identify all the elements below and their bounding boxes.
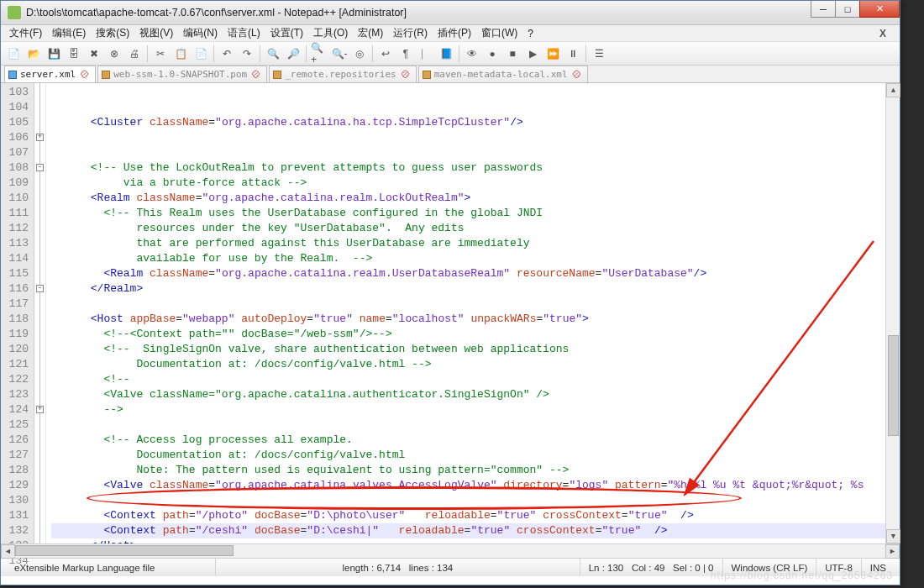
code-line[interactable]: via a brute-force attack --> [51, 176, 885, 191]
code-line[interactable]: available for use by the Realm. --> [51, 251, 885, 266]
fold-toggle-icon[interactable]: - [36, 164, 44, 171]
menu-item[interactable]: 设置(T) [267, 26, 307, 40]
print-icon[interactable]: 🖨 [125, 45, 144, 63]
code-line[interactable]: Note: The pattern used is equivalent to … [51, 463, 885, 478]
menu-item[interactable]: 文件(F) [6, 26, 45, 40]
code-line[interactable]: <Cluster className="org.apache.catalina.… [51, 115, 885, 130]
horizontal-scroll-thumb[interactable] [15, 545, 234, 556]
tab[interactable]: maven-metadata-local.xml⛒ [418, 66, 588, 82]
code-line[interactable] [51, 417, 885, 433]
code-area[interactable]: <Cluster className="org.apache.catalina.… [46, 83, 885, 543]
new-file-icon[interactable]: 📄 [4, 45, 23, 63]
tab[interactable]: web-ssm-1.0-SNAPSHOT.pom⛒ [97, 66, 267, 82]
code-line[interactable]: <Valve className="org.apache.catalina.va… [51, 478, 885, 493]
open-file-icon[interactable]: 📂 [24, 45, 43, 63]
menu-item[interactable]: ? [524, 28, 537, 39]
titlebar[interactable]: D:\tools\tomcat\apache-tomcat-7.0.67\con… [1, 1, 900, 25]
menu-item[interactable]: 搜索(S) [92, 26, 133, 40]
menu-item[interactable]: 运行(R) [390, 26, 431, 40]
menu-item[interactable]: 编辑(E) [49, 26, 89, 40]
code-line[interactable]: that are performed against this UserData… [51, 236, 885, 251]
stop-icon[interactable]: ■ [503, 45, 522, 63]
menu-item[interactable]: 工具(O) [310, 26, 351, 40]
fold-margin[interactable]: +--+ [34, 83, 46, 543]
line-number: 114 [3, 251, 29, 266]
code-line[interactable]: --> [51, 402, 885, 417]
show-all-icon[interactable]: ¶ [396, 45, 415, 63]
menu-item[interactable]: 插件(P) [434, 26, 475, 40]
code-line[interactable]: <!--<Context path="" docBase="/web-ssm"/… [51, 327, 885, 342]
indent-guide-icon[interactable]: ⎸ [417, 45, 435, 63]
play-fast-icon[interactable]: ⏩ [543, 45, 562, 63]
code-line[interactable]: <!-- SingleSignOn valve, share authentic… [51, 342, 885, 357]
save-all-icon[interactable]: 🗄 [65, 45, 83, 63]
close-icon[interactable]: ✖ [85, 45, 103, 63]
tab-close-icon[interactable]: ⛒ [402, 69, 411, 80]
wrap-icon[interactable]: ↩ [376, 45, 395, 63]
fit-icon[interactable]: ◎ [350, 45, 369, 63]
undo-icon[interactable]: ↶ [218, 45, 236, 63]
eye-icon[interactable]: 👁 [463, 45, 481, 63]
code-line[interactable]: <!-- This Realm uses the UserDatabase co… [51, 206, 885, 221]
vertical-scroll-thumb[interactable] [888, 335, 899, 436]
code-line[interactable]: <Host appBase="webapp" autoDeploy="true"… [51, 312, 885, 327]
code-line[interactable] [51, 130, 885, 145]
code-line[interactable]: </Realm> [51, 281, 885, 297]
redo-icon[interactable]: ↷ [238, 45, 256, 63]
fold-toggle-icon[interactable]: + [36, 134, 44, 141]
menu-extra-close-icon[interactable]: X [871, 28, 895, 39]
scroll-left-icon[interactable]: ◄ [1, 544, 15, 559]
menu-item[interactable]: 语言(L) [224, 26, 264, 40]
code-line[interactable]: <Realm className="org.apache.catalina.re… [51, 266, 885, 281]
code-line[interactable]: <Context path="/ceshi" docBase="D:\ceshi… [51, 523, 885, 538]
code-line[interactable]: <!-- Use the LockOutRealm to prevent att… [51, 160, 885, 176]
copy-icon[interactable]: 📋 [171, 45, 190, 63]
code-line[interactable] [51, 297, 885, 312]
code-line[interactable] [51, 145, 885, 160]
toggle-icon[interactable]: ⏸ [564, 45, 582, 63]
lang-icon[interactable]: 📘 [437, 45, 455, 63]
paste-icon[interactable]: 📄 [192, 45, 210, 63]
record-icon[interactable]: ● [483, 45, 501, 63]
tab-close-icon[interactable]: ⛒ [81, 69, 90, 80]
scroll-up-icon[interactable]: ▲ [886, 83, 900, 97]
menu-item[interactable]: 窗口(W) [478, 26, 521, 40]
tab[interactable]: server.xml⛒ [4, 66, 96, 82]
tab-close-icon[interactable]: ⛒ [252, 69, 261, 80]
replace-icon[interactable]: 🔎 [284, 45, 302, 63]
play-icon[interactable]: ▶ [523, 45, 542, 63]
line-number: 110 [3, 191, 29, 206]
code-line[interactable]: Documentation at: /docs/config/valve.htm… [51, 448, 885, 463]
close-all-icon[interactable]: ⊗ [105, 45, 123, 63]
fold-toggle-icon[interactable]: - [36, 285, 44, 292]
app-icon [8, 6, 21, 19]
code-line[interactable]: Documentation at: /docs/config/valve.htm… [51, 357, 885, 372]
scroll-down-icon[interactable]: ▼ [886, 529, 900, 543]
maximize-button[interactable]: □ [835, 1, 860, 18]
zoom-out-icon[interactable]: 🔍- [330, 45, 349, 63]
close-button[interactable]: ✕ [859, 1, 900, 18]
menu-item[interactable]: 视图(V) [136, 26, 176, 40]
zoom-in-icon[interactable]: 🔍+ [310, 45, 328, 63]
status-length: length : 6,714 [342, 563, 401, 573]
save-icon[interactable]: 💾 [45, 45, 63, 63]
scroll-right-icon[interactable]: ► [885, 544, 900, 559]
code-line[interactable]: <Realm className="org.apache.catalina.re… [51, 191, 885, 206]
menu-item[interactable]: 编码(N) [180, 26, 221, 40]
horizontal-scrollbar[interactable]: ◄ ► [1, 543, 900, 558]
code-line[interactable]: <!-- [51, 372, 885, 387]
tab-close-icon[interactable]: ⛒ [573, 69, 582, 80]
menu-item[interactable]: 宏(M) [354, 26, 386, 40]
minimize-button[interactable]: ─ [811, 1, 836, 18]
vertical-scrollbar[interactable]: ▲ ▼ [885, 83, 900, 543]
code-line[interactable]: <!-- Access log processes all example. [51, 433, 885, 448]
fold-toggle-icon[interactable]: + [36, 406, 44, 413]
find-icon[interactable]: 🔍 [264, 45, 282, 63]
tab[interactable]: _remote.repositories⛒ [269, 66, 416, 82]
code-line[interactable] [51, 493, 885, 508]
code-line[interactable]: resources under the key "UserDatabase". … [51, 221, 885, 236]
cut-icon[interactable]: ✂ [151, 45, 170, 63]
code-line[interactable]: <Context path="/photo" docBase="D:\photo… [51, 508, 885, 523]
code-line[interactable]: <Valve className="org.apache.catalina.au… [51, 387, 885, 402]
list-icon[interactable]: ☰ [590, 45, 608, 63]
